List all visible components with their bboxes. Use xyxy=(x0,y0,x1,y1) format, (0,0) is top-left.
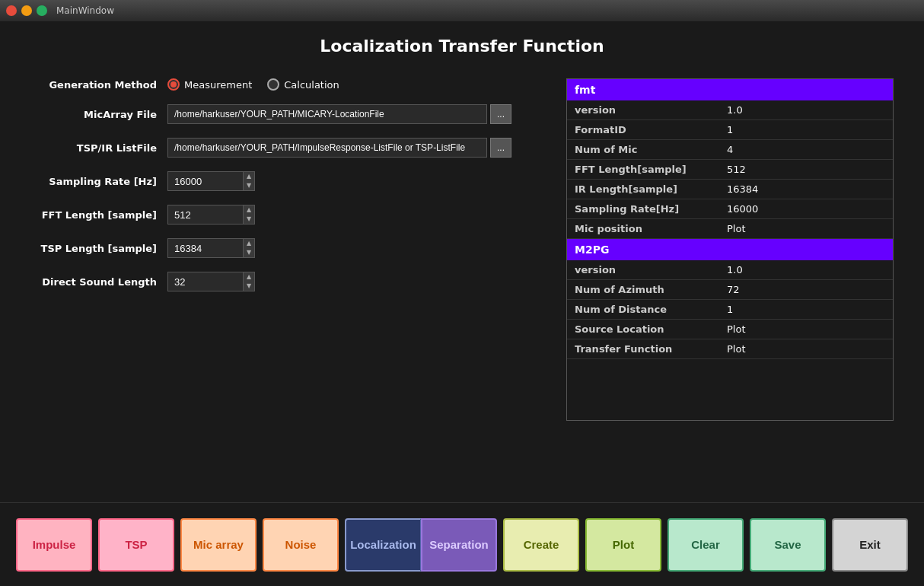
table-row: Transfer FunctionPlot xyxy=(567,339,893,359)
table-cell-value: 4 xyxy=(719,140,893,159)
create-button[interactable]: Create xyxy=(503,518,579,572)
fft-length-row: FFT Length [sample] ▲ ▼ xyxy=(30,205,551,225)
measurement-radio[interactable]: Measurement xyxy=(167,78,252,91)
micarray-button[interactable]: Mic array xyxy=(180,518,256,572)
maximize-button[interactable] xyxy=(37,5,47,16)
direct-sound-down[interactable]: ▼ xyxy=(244,282,254,291)
tsp-listfile-label: TSP/IR ListFile xyxy=(30,142,167,154)
titlebar: MainWindow xyxy=(0,0,924,21)
table-row: Num of Mic4 xyxy=(567,140,893,160)
window-title: MainWindow xyxy=(56,5,114,16)
tsp-length-input[interactable] xyxy=(167,238,244,258)
generation-method-row: Generation Method Measurement Calculatio… xyxy=(30,78,551,91)
sampling-rate-down[interactable]: ▼ xyxy=(244,181,254,190)
tsp-listfile-input[interactable] xyxy=(167,138,487,158)
table-row: Mic positionPlot xyxy=(567,219,893,239)
direct-sound-up[interactable]: ▲ xyxy=(244,272,254,282)
save-button[interactable]: Save xyxy=(750,518,826,572)
minimize-button[interactable] xyxy=(21,5,32,16)
tsp-listfile-row: TSP/IR ListFile ... xyxy=(30,138,551,158)
micarray-browse-button[interactable]: ... xyxy=(490,104,511,124)
tsp-length-arrows: ▲ ▼ xyxy=(244,238,255,258)
direct-sound-spinbox: ▲ ▼ xyxy=(167,272,255,291)
exit-button[interactable]: Exit xyxy=(832,518,908,572)
direct-sound-input[interactable] xyxy=(167,272,244,291)
table-row: Num of Distance1 xyxy=(567,300,893,320)
micarray-file-row: MicArray File ... xyxy=(30,104,551,124)
close-button[interactable] xyxy=(6,5,17,16)
table-cell-value: 1 xyxy=(719,120,893,139)
calculation-radio-circle xyxy=(267,78,279,91)
table-cell-value: 512 xyxy=(719,160,893,179)
table-cell-value: 1 xyxy=(719,300,893,319)
table-cell-value: Plot xyxy=(719,219,893,238)
tsp-length-down[interactable]: ▼ xyxy=(244,248,254,257)
table-cell-label: FormatID xyxy=(567,120,719,139)
direct-sound-row: Direct Sound Length ▲ ▼ xyxy=(30,272,551,291)
impulse-button[interactable]: Impulse xyxy=(16,518,92,572)
sampling-rate-up[interactable]: ▲ xyxy=(244,172,254,181)
measurement-radio-circle xyxy=(167,78,180,91)
localization-group: Localization Separation xyxy=(345,518,497,572)
tsp-length-label: TSP Length [sample] xyxy=(30,243,167,254)
table-row: FormatID1 xyxy=(567,120,893,140)
fft-length-input[interactable] xyxy=(167,205,244,225)
right-panel[interactable]: fmtversion1.0FormatID1Num of Mic4FFT Len… xyxy=(566,78,894,421)
table-cell-label: version xyxy=(567,260,719,279)
sampling-rate-arrows: ▲ ▼ xyxy=(244,171,255,191)
table-cell-value: 1.0 xyxy=(719,100,893,119)
table-row: Sampling Rate[Hz]16000 xyxy=(567,199,893,219)
tsp-listfile-group: ... xyxy=(167,138,511,158)
localization-button[interactable]: Localization xyxy=(345,518,421,572)
table-row: version1.0 xyxy=(567,260,893,280)
micarray-file-label: MicArray File xyxy=(30,109,167,120)
sampling-rate-spinbox: ▲ ▼ xyxy=(167,171,255,191)
table-cell-value: Plot xyxy=(719,339,893,358)
table-section-header-fmt: fmt xyxy=(567,79,893,100)
tsp-length-up[interactable]: ▲ xyxy=(244,239,254,248)
noise-button[interactable]: Noise xyxy=(263,518,339,572)
direct-sound-arrows: ▲ ▼ xyxy=(244,272,255,291)
table-cell-label: Transfer Function xyxy=(567,339,719,358)
table-section-header-m2pg: M2PG xyxy=(567,239,893,260)
table-cell-value: 1.0 xyxy=(719,260,893,279)
table-cell-value: 16000 xyxy=(719,199,893,218)
generation-method-group: Measurement Calculation xyxy=(167,78,339,91)
fft-length-arrows: ▲ ▼ xyxy=(244,205,255,225)
main-content: Localization Transfer Function Generatio… xyxy=(0,21,924,502)
table-row: Num of Azimuth72 xyxy=(567,280,893,300)
sampling-rate-row: Sampling Rate [Hz] ▲ ▼ xyxy=(30,171,551,191)
table-row: FFT Length[sample]512 xyxy=(567,160,893,180)
content-area: Generation Method Measurement Calculatio… xyxy=(30,78,894,421)
table-cell-label: version xyxy=(567,100,719,119)
table-cell-label: Num of Distance xyxy=(567,300,719,319)
fft-length-label: FFT Length [sample] xyxy=(30,209,167,221)
bottom-toolbar: Impulse TSP Mic array Noise Localization… xyxy=(0,502,924,586)
left-panel: Generation Method Measurement Calculatio… xyxy=(30,78,551,421)
table-cell-label: Num of Mic xyxy=(567,140,719,159)
clear-button[interactable]: Clear xyxy=(668,518,744,572)
page-title: Localization Transfer Function xyxy=(30,37,894,56)
table-cell-value: 16384 xyxy=(719,180,893,199)
table-cell-label: Sampling Rate[Hz] xyxy=(567,199,719,218)
table-row: Source LocationPlot xyxy=(567,320,893,339)
tsp-browse-button[interactable]: ... xyxy=(490,138,511,158)
table-row: IR Length[sample]16384 xyxy=(567,180,893,199)
calculation-radio[interactable]: Calculation xyxy=(267,78,339,91)
sampling-rate-input[interactable] xyxy=(167,171,244,191)
calculation-label: Calculation xyxy=(284,79,339,91)
tsp-button[interactable]: TSP xyxy=(98,518,174,572)
generation-method-label: Generation Method xyxy=(30,79,167,91)
micarray-file-group: ... xyxy=(167,104,511,124)
measurement-label: Measurement xyxy=(184,79,252,91)
micarray-file-input[interactable] xyxy=(167,104,487,124)
sampling-rate-label: Sampling Rate [Hz] xyxy=(30,176,167,187)
separation-button[interactable]: Separation xyxy=(421,518,497,572)
table-cell-label: Source Location xyxy=(567,320,719,339)
table-cell-label: IR Length[sample] xyxy=(567,180,719,199)
fft-length-down[interactable]: ▼ xyxy=(244,215,254,224)
plot-button[interactable]: Plot xyxy=(585,518,661,572)
tsp-length-spinbox: ▲ ▼ xyxy=(167,238,255,258)
fft-length-spinbox: ▲ ▼ xyxy=(167,205,255,225)
fft-length-up[interactable]: ▲ xyxy=(244,205,254,215)
